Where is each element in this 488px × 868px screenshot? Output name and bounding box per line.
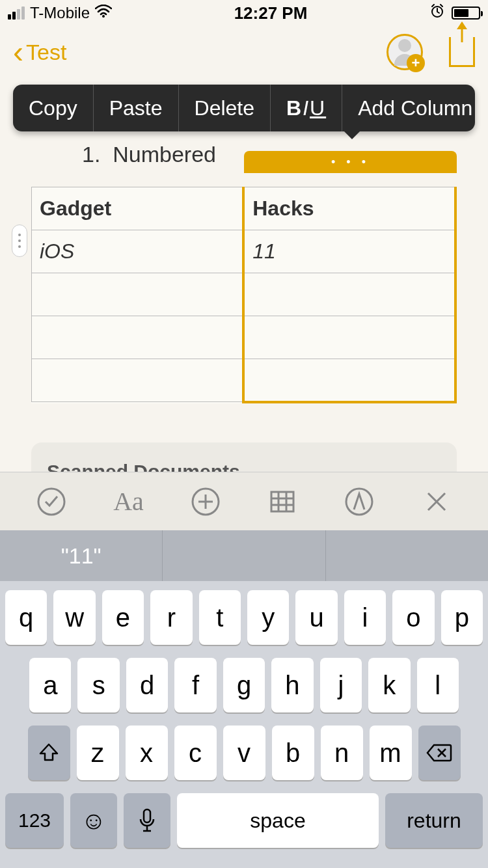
nav-bar: ‹ Test + [0, 26, 488, 78]
key-t[interactable]: t [199, 590, 241, 645]
keyboard: qwertyuiop asdfghjkl zxcvbnm 123 ☺ space… [0, 581, 488, 868]
share-button[interactable] [449, 37, 475, 67]
row-handle[interactable] [12, 224, 27, 257]
key-p[interactable]: p [441, 590, 483, 645]
key-r[interactable]: r [150, 590, 192, 645]
return-key[interactable]: return [385, 793, 483, 848]
emoji-key[interactable]: ☺ [70, 793, 117, 848]
svg-point-0 [102, 15, 105, 18]
key-f[interactable]: f [174, 658, 216, 712]
context-paste[interactable]: Paste [94, 85, 179, 131]
suggestion-item[interactable] [163, 530, 325, 581]
add-person-button[interactable]: + [386, 34, 423, 70]
key-g[interactable]: g [223, 658, 265, 712]
key-y[interactable]: y [247, 590, 289, 645]
key-x[interactable]: x [126, 726, 168, 780]
key-o[interactable]: o [392, 590, 434, 645]
table-header-cell[interactable]: Hacks [243, 187, 455, 230]
svg-rect-4 [271, 492, 293, 511]
format-toolbar: Aa [0, 472, 488, 530]
table-cell[interactable] [243, 316, 455, 359]
text-style-button[interactable]: Aa [109, 482, 148, 521]
key-m[interactable]: m [370, 726, 412, 780]
key-n[interactable]: n [321, 726, 363, 780]
numbers-key[interactable]: 123 [5, 793, 64, 848]
shift-key[interactable] [28, 726, 70, 780]
table-cell[interactable] [243, 273, 455, 316]
key-l[interactable]: l [417, 658, 459, 712]
back-label: Test [26, 40, 66, 65]
suggestion-bar: "11" [0, 530, 488, 581]
status-time: 12:27 PM [234, 3, 308, 23]
key-v[interactable]: v [223, 726, 265, 780]
key-c[interactable]: c [174, 726, 217, 780]
key-b[interactable]: b [272, 726, 314, 780]
key-h[interactable]: h [271, 658, 313, 712]
context-add-column[interactable]: Add Column [342, 85, 488, 131]
key-u[interactable]: u [295, 590, 337, 645]
chevron-left-icon: ‹ [13, 36, 23, 68]
table-cell[interactable] [32, 316, 244, 359]
table-cell[interactable] [32, 273, 244, 316]
key-z[interactable]: z [77, 726, 119, 780]
suggestion-item[interactable]: "11" [0, 530, 163, 581]
draw-button[interactable] [340, 482, 379, 521]
context-delete[interactable]: Delete [179, 85, 271, 131]
key-w[interactable]: w [53, 590, 95, 645]
table-button[interactable] [263, 482, 302, 521]
table-cell[interactable] [243, 359, 455, 402]
checklist-button[interactable] [32, 482, 71, 521]
table-header-cell[interactable]: Gadget [32, 187, 244, 230]
space-key[interactable]: space [177, 793, 379, 848]
plus-badge-icon: + [407, 54, 425, 72]
dictation-key[interactable] [124, 793, 170, 848]
note-table[interactable]: Gadget Hacks iOS 11 [31, 187, 457, 403]
carrier-label: T-Mobile [30, 4, 90, 22]
key-d[interactable]: d [126, 658, 168, 712]
key-a[interactable]: a [29, 658, 71, 712]
battery-icon [452, 7, 480, 20]
signal-icon [8, 7, 25, 20]
table-cell[interactable]: 11 [243, 230, 455, 273]
wifi-icon [95, 5, 112, 21]
svg-rect-6 [144, 809, 150, 822]
table-cell[interactable]: iOS [32, 230, 244, 273]
add-button[interactable] [186, 482, 225, 521]
context-format[interactable]: BIU [271, 85, 342, 131]
key-i[interactable]: i [344, 590, 386, 645]
back-button[interactable]: ‹ Test [13, 36, 66, 68]
close-button[interactable] [417, 482, 456, 521]
svg-point-2 [38, 489, 64, 515]
alarm-icon [429, 3, 445, 23]
status-bar: T-Mobile 12:27 PM [0, 0, 488, 26]
column-handle[interactable]: • • • [244, 151, 457, 173]
key-q[interactable]: q [5, 590, 47, 645]
menu-arrow-icon [343, 130, 361, 139]
key-k[interactable]: k [368, 658, 410, 712]
key-s[interactable]: s [77, 658, 119, 712]
context-menu: Copy Paste Delete BIU Add Column [13, 85, 475, 131]
table-cell[interactable] [32, 359, 244, 402]
suggestion-item[interactable] [326, 530, 488, 581]
key-j[interactable]: j [320, 658, 362, 712]
key-e[interactable]: e [102, 590, 144, 645]
backspace-key[interactable] [418, 726, 461, 780]
context-copy[interactable]: Copy [13, 85, 94, 131]
